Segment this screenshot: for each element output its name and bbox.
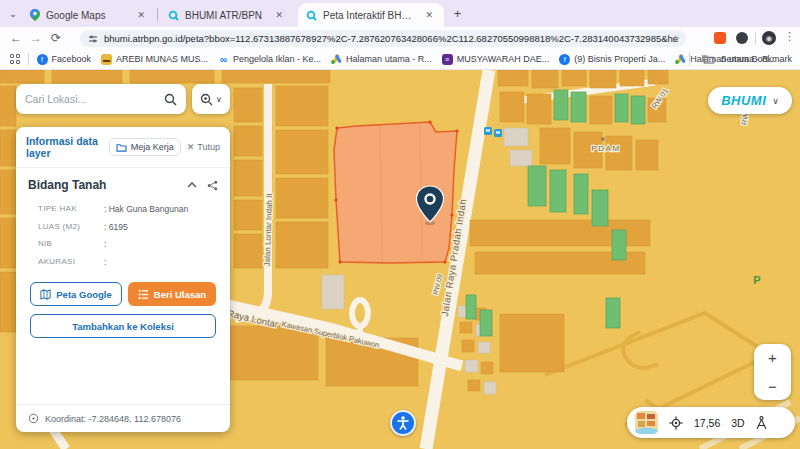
field-value: : Hak Guna Bangunan <box>104 204 188 214</box>
field-value: : 6195 <box>104 222 128 232</box>
tambah-koleksi-button[interactable]: Tambahkan ke Koleksi <box>30 314 216 338</box>
bookmark-pengelola-iklan[interactable]: ∞ Pengelola Iklan - Ke... <box>218 54 321 65</box>
close-icon[interactable]: ✕ <box>134 9 148 21</box>
bhumi-logo-text: BHUMI <box>721 93 766 108</box>
review-list-icon <box>138 289 149 300</box>
close-icon[interactable]: ✕ <box>272 9 286 21</box>
field-row: LUAS (M2) : 6195 <box>38 222 218 232</box>
chevron-down-icon: ⌄ <box>9 9 17 19</box>
close-panel-button[interactable]: ✕ Tutup <box>185 140 222 154</box>
search-icon[interactable] <box>164 93 177 106</box>
bookmark-musyawarah[interactable]: ≡ MUSYAWARAH DAE... <box>442 54 550 65</box>
bookmark-label: (9) Bisnis Properti Ja... <box>574 54 665 64</box>
bhumi-logo-button[interactable]: BHUMI ∨ <box>708 87 792 114</box>
google-maps-icon <box>30 9 40 21</box>
bookmark-label: AREBI MUNAS MUS... <box>116 54 208 64</box>
tab-title: BHUMI ATR/BPN <box>185 10 266 21</box>
advanced-search-icon <box>200 93 213 106</box>
zoom-in-button[interactable]: + <box>760 348 785 367</box>
reload-button[interactable]: ⟳ <box>46 31 66 45</box>
zoom-level-value: 17,56 <box>694 417 720 429</box>
bidang-tanah-section: Bidang Tanah <box>16 168 230 192</box>
apps-grid-icon[interactable] <box>10 54 20 64</box>
bookmark-facebook[interactable]: f Facebook <box>37 54 92 65</box>
meta-icon: ∞ <box>218 54 229 65</box>
plus-icon: + <box>454 6 462 21</box>
layer-info-panel: Informasi data layer Meja Kerja ✕ Tutup … <box>16 127 230 432</box>
close-icon: ✕ <box>187 142 195 152</box>
pdam-dot <box>601 137 605 141</box>
panel-title: Informasi data layer <box>26 135 105 159</box>
arebi-icon: ▬ <box>101 54 112 65</box>
coordinate-icon <box>28 413 39 424</box>
tab-divider <box>157 8 158 21</box>
facebook-icon: f <box>37 54 48 65</box>
coordinate-text: Koordinat: -7.284648, 112.678076 <box>45 414 181 424</box>
tab-google-maps[interactable]: Google Maps ✕ <box>22 3 156 27</box>
tutup-label: Tutup <box>197 142 220 152</box>
browser-toolbar: ← → ⟳ bhumi.atrbpn.go.id/peta?bbox=112.6… <box>0 27 800 49</box>
field-value: : <box>104 257 106 267</box>
bookmark-halaman-utama-1[interactable]: Halaman utama - R... <box>331 54 432 64</box>
bookmark-label: Halaman utama - R... <box>346 54 432 64</box>
bookmarks-bar: f Facebook ▬ AREBI MUNAS MUS... ∞ Pengel… <box>0 49 800 70</box>
map-icon <box>40 289 51 300</box>
accessibility-person-icon <box>395 415 411 431</box>
bookmark-label: Pengelola Iklan - Ke... <box>233 54 321 64</box>
coordinate-footer: Koordinat: -7.284648, 112.678076 <box>16 404 230 432</box>
field-value: : <box>104 239 106 249</box>
extension-icon-dark[interactable] <box>736 32 748 44</box>
bookmark-label: MUSYAWARAH DAE... <box>457 54 550 64</box>
chevron-down-icon: ∨ <box>772 96 779 106</box>
google-ads-icon <box>331 54 342 64</box>
bookmark-arebi[interactable]: ▬ AREBI MUNAS MUS... <box>101 54 208 65</box>
browser-menu-button[interactable]: ⋮ <box>784 30 795 43</box>
tab-title: Google Maps <box>46 10 128 21</box>
forward-button[interactable]: → <box>26 31 46 45</box>
search-input[interactable] <box>25 93 164 105</box>
beri-ulasan-button[interactable]: Beri Ulasan <box>128 282 216 306</box>
tab-search-button[interactable]: ⌄ <box>5 6 21 22</box>
all-bookmarks[interactable]: Semua Bookmark <box>689 53 792 65</box>
field-row: NIB : <box>38 239 218 249</box>
toggle-3d-button[interactable]: 3D <box>731 417 744 429</box>
panel-header: Informasi data layer Meja Kerja ✕ Tutup <box>16 127 230 159</box>
extension-icon-orange[interactable] <box>714 32 726 44</box>
all-bookmarks-label: Semua Bookmark <box>720 54 792 64</box>
zoom-out-button[interactable]: − <box>760 377 785 396</box>
beri-ulasan-label: Beri Ulasan <box>154 289 206 300</box>
workspace-folder-icon <box>116 143 127 152</box>
tab-peta-interaktif-active[interactable]: Peta Interaktif BHUMI ATR/BPN ✕ <box>298 3 444 27</box>
accessibility-button[interactable] <box>390 410 416 436</box>
location-search-box[interactable] <box>16 84 186 114</box>
north-compass-icon[interactable] <box>756 416 767 430</box>
new-tab-button[interactable]: + <box>449 5 466 22</box>
section-title: Bidang Tanah <box>28 178 187 192</box>
bookmark-bisnis-properti[interactable]: f (9) Bisnis Properti Ja... <box>559 54 665 65</box>
url-text[interactable]: bhumi.atrbpn.go.id/peta?bbox=112.6731388… <box>104 33 678 44</box>
browser-tab-strip: ⌄ Google Maps ✕ BHUMI ATR/BPN ✕ Peta Int… <box>0 0 800 27</box>
advanced-search-button[interactable]: ∨ <box>192 84 230 114</box>
field-row: TIPE HAK : Hak Guna Bangunan <box>38 204 218 214</box>
profile-avatar[interactable]: ◉ <box>762 31 776 45</box>
tab-bhumi[interactable]: BHUMI ATR/BPN ✕ <box>160 3 294 27</box>
parking-label: P <box>753 274 760 286</box>
chevron-up-icon[interactable] <box>187 182 197 188</box>
back-button[interactable]: ← <box>6 31 26 45</box>
facebook-icon: f <box>559 54 570 65</box>
locate-icon[interactable] <box>669 416 683 430</box>
url-bar[interactable]: bhumi.atrbpn.go.id/peta?bbox=112.6731388… <box>80 30 686 47</box>
bhumi-favicon <box>306 10 317 21</box>
tambah-koleksi-label: Tambahkan ke Koleksi <box>72 321 174 332</box>
peta-google-button[interactable]: Peta Google <box>30 282 122 306</box>
map-bottom-bar: 17,56 3D <box>627 407 795 438</box>
bookmark-star-icon[interactable]: ☆ <box>671 33 680 44</box>
share-icon[interactable] <box>207 180 218 191</box>
site-info-icon[interactable] <box>88 34 98 44</box>
close-icon[interactable]: ✕ <box>422 9 436 21</box>
field-label: AKURASI <box>38 257 104 267</box>
basemap-switcher[interactable] <box>635 411 658 434</box>
chevron-down-icon: ∨ <box>216 95 222 104</box>
field-row: AKURASI : <box>38 257 218 267</box>
meja-kerja-button[interactable]: Meja Kerja <box>109 138 181 156</box>
